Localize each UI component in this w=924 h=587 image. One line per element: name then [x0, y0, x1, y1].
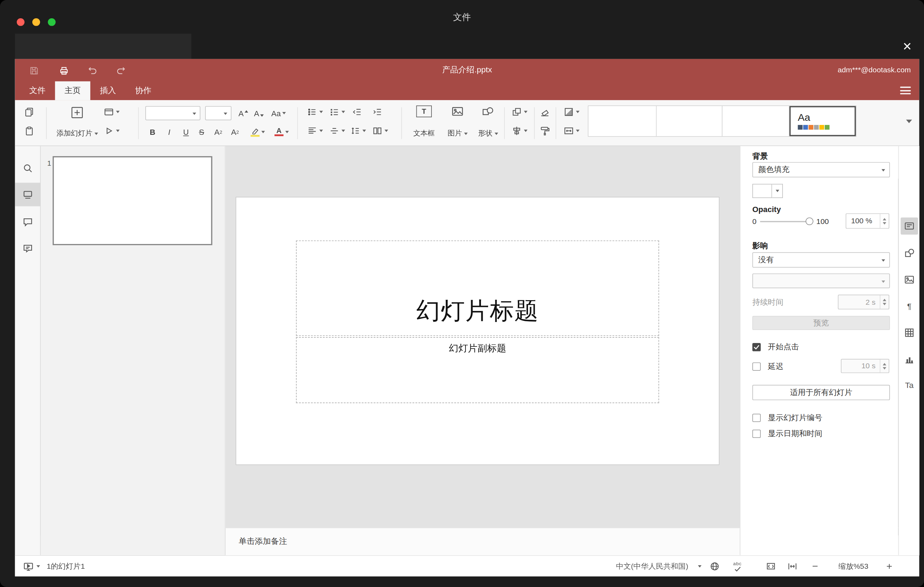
undo-icon[interactable] — [85, 63, 101, 79]
language-label[interactable]: 中文(中华人民共和国) — [616, 556, 688, 577]
subscript-icon[interactable]: A2 — [228, 125, 242, 139]
arrange-shape-icon[interactable] — [507, 105, 532, 119]
start-slideshow-statusbar-icon[interactable] — [21, 559, 35, 573]
theme-tile-selected[interactable]: Aa — [790, 106, 856, 136]
background-color-picker[interactable] — [752, 184, 783, 198]
superscript-icon[interactable]: A2 — [211, 125, 225, 139]
delay-input[interactable]: 10 s — [841, 359, 889, 373]
copy-icon[interactable] — [22, 105, 36, 119]
paste-icon[interactable] — [22, 124, 36, 138]
paragraph-settings-icon[interactable]: ¶ — [901, 298, 918, 315]
opacity-slider[interactable] — [760, 221, 811, 222]
print-icon[interactable] — [56, 63, 72, 79]
delay-spinner[interactable] — [880, 359, 889, 373]
strikethrough-icon[interactable]: S — [195, 125, 209, 139]
opacity-slider-knob[interactable] — [806, 217, 813, 225]
shape-settings-icon[interactable] — [901, 245, 918, 262]
chart-settings-icon[interactable] — [901, 351, 918, 368]
increase-font-size-icon[interactable]: A — [236, 106, 251, 120]
slide-settings-icon[interactable] — [901, 217, 918, 234]
background-fill-select[interactable]: 颜色填充 — [752, 162, 890, 178]
duration-spinner[interactable] — [880, 295, 889, 309]
zoom-in-icon[interactable]: + — [882, 559, 897, 573]
slideshow-options-chevron-icon[interactable] — [36, 565, 40, 568]
tab-collaboration[interactable]: 协作 — [126, 81, 161, 101]
decrease-font-size-icon[interactable]: A — [252, 106, 266, 120]
horizontal-align-icon[interactable] — [306, 124, 324, 138]
shape-button[interactable]: 形状 — [473, 104, 503, 141]
numbered-list-icon[interactable] — [328, 105, 346, 119]
start-slideshow-icon[interactable] — [104, 124, 120, 138]
transition-effect-select[interactable]: 没有 — [752, 252, 890, 267]
vertical-align-icon[interactable] — [328, 124, 346, 138]
show-date-time-checkbox[interactable] — [752, 430, 761, 438]
highlight-color-icon[interactable] — [247, 125, 269, 139]
spell-check-icon[interactable]: abc — [730, 559, 744, 573]
document-title: 产品介绍.pptx — [171, 59, 764, 81]
line-spacing-icon[interactable] — [348, 124, 366, 138]
account-email: adm***@dootask.com — [838, 59, 911, 81]
slide-fill-icon[interactable] — [559, 105, 583, 119]
image-button[interactable]: 图片 — [443, 104, 472, 141]
opacity-spinner[interactable] — [880, 214, 889, 228]
bullet-list-icon[interactable] — [306, 105, 324, 119]
table-settings-icon[interactable] — [901, 324, 918, 341]
columns-icon[interactable] — [371, 124, 389, 138]
preview-button[interactable]: 预览 — [752, 316, 890, 330]
theme-gallery-expand-icon[interactable] — [901, 106, 917, 137]
italic-icon[interactable]: I — [162, 125, 177, 139]
comments-icon[interactable] — [20, 214, 35, 229]
theme-tile-1[interactable] — [588, 106, 657, 136]
slide-thumbnail[interactable] — [53, 156, 213, 245]
notes-area[interactable]: 单击添加备注 — [225, 527, 740, 555]
apply-to-all-slides-button[interactable]: 适用于所有幻灯片 — [752, 385, 890, 400]
font-size-select[interactable] — [205, 106, 231, 120]
theme-tile-2[interactable] — [657, 106, 722, 136]
subtitle-placeholder[interactable]: 幻灯片副标题 — [296, 337, 659, 403]
add-slide-icon — [70, 106, 84, 119]
textart-settings-icon[interactable]: Ta — [901, 377, 918, 394]
image-settings-icon[interactable] — [901, 271, 918, 288]
slide-size-icon[interactable] — [559, 124, 583, 138]
chat-icon[interactable] — [20, 241, 35, 255]
theme-tile-3[interactable] — [723, 106, 790, 136]
slides-panel-icon[interactable] — [20, 188, 35, 201]
right-rail: ¶ Ta — [898, 146, 919, 555]
tab-file[interactable]: 文件 — [20, 81, 55, 101]
delay-checkbox[interactable] — [752, 362, 761, 371]
close-icon[interactable]: × — [898, 36, 917, 56]
font-color-icon[interactable]: A — [271, 125, 292, 139]
change-case-icon[interactable]: Aa — [269, 106, 289, 120]
align-shape-icon[interactable] — [507, 124, 532, 138]
duration-input[interactable]: 2 s — [838, 295, 889, 309]
fit-slide-icon[interactable] — [764, 559, 778, 573]
bold-icon[interactable]: B — [145, 125, 160, 139]
clear-style-icon[interactable] — [538, 105, 552, 119]
tab-home[interactable]: 主页 — [55, 81, 91, 101]
decrease-indent-icon[interactable] — [350, 105, 365, 119]
save-icon[interactable] — [26, 63, 42, 79]
underline-icon[interactable]: U — [179, 125, 193, 139]
show-slide-number-checkbox[interactable] — [752, 414, 761, 422]
font-name-select[interactable] — [145, 106, 200, 120]
opacity-input[interactable]: 100 % — [846, 213, 889, 229]
copy-style-icon[interactable] — [538, 124, 552, 138]
document-language-icon[interactable] — [708, 559, 722, 573]
status-bar: 1的幻灯片1 中文(中华人民共和国) abc — [15, 555, 919, 576]
textbox-button[interactable]: T 文本框 — [407, 104, 441, 141]
slide[interactable]: 幻灯片标题 幻灯片副标题 — [236, 197, 719, 464]
language-chevron-icon[interactable] — [698, 565, 701, 568]
add-slide-button[interactable]: 添加幻灯片 — [54, 104, 100, 141]
window-title: 文件 — [0, 0, 924, 34]
title-placeholder[interactable]: 幻灯片标题 — [296, 241, 659, 336]
start-on-click-checkbox[interactable] — [752, 343, 761, 351]
zoom-out-icon[interactable]: − — [808, 559, 822, 573]
slide-layout-icon[interactable] — [104, 105, 120, 119]
redo-icon[interactable] — [113, 63, 129, 79]
tab-insert[interactable]: 插入 — [90, 81, 126, 101]
search-icon[interactable] — [20, 161, 35, 175]
increase-indent-icon[interactable] — [370, 105, 384, 119]
fit-width-icon[interactable] — [785, 559, 800, 573]
menu-icon[interactable] — [900, 87, 911, 94]
transition-variant-select[interactable] — [752, 274, 890, 288]
